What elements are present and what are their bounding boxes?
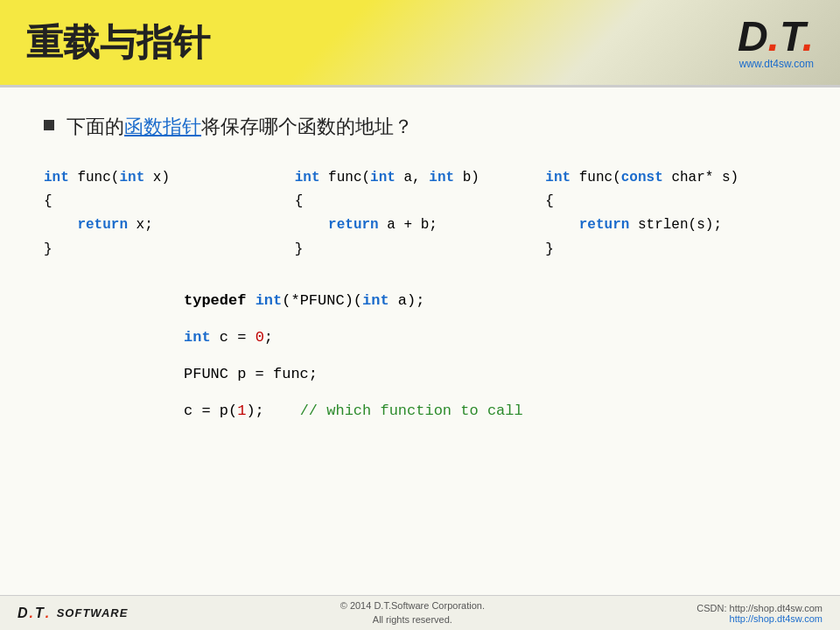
func2-line4: } [295, 238, 546, 262]
logo: D.T. [738, 16, 814, 58]
logo-website: www.dt4sw.com [739, 58, 814, 70]
logo-container: D.T. www.dt4sw.com [738, 16, 814, 70]
header: 重载与指针 D.T. www.dt4sw.com [0, 0, 840, 88]
footer-right: CSDN: http://shop.dt4sw.com http://shop.… [696, 603, 822, 624]
func-col-1: int func(int x) { return x; } [44, 166, 295, 262]
func1-line2: { [44, 190, 295, 214]
func3-line1: int func(const char* s) [545, 166, 796, 190]
copyright-line1: © 2014 D.T.Software Corporation. [340, 599, 485, 612]
bullet-line: 下面的函数指针将保存哪个函数的地址？ [44, 114, 796, 140]
func2-line1: int func(int a, int b) [295, 166, 546, 190]
footer-logo-t: T [35, 606, 44, 621]
logo-dot1: . [768, 13, 780, 60]
func2-line3: return a + b; [295, 214, 546, 237]
func3-line4: } [545, 238, 796, 262]
copyright-line2: All rights reserved. [340, 613, 485, 626]
function-columns: int func(int x) { return x; } int func(i… [44, 166, 796, 262]
spacer2 [184, 353, 796, 360]
func-col-2: int func(int a, int b) { return a + b; } [295, 166, 546, 262]
spacer3 [184, 389, 796, 396]
footer-page-ref: CSDN: http://shop.dt4sw.com [696, 603, 822, 613]
footer-logo-software: SOFTWARE [57, 606, 129, 620]
main-content: 下面的函数指针将保存哪个函数的地址？ int func(int x) { ret… [0, 88, 840, 595]
function-pointer-link[interactable]: 函数指针 [124, 116, 201, 137]
spacer1 [184, 316, 796, 323]
bullet-icon [44, 120, 54, 130]
footer-logo: D.T. SOFTWARE [18, 606, 128, 621]
footer-copyright: © 2014 D.T.Software Corporation. All rig… [340, 599, 485, 626]
func-col-3: int func(const char* s) { return strlen(… [545, 166, 796, 262]
func2-line2: { [295, 190, 546, 214]
code-block: typedef int(*PFUNC)(int a); int c = 0; P… [184, 286, 796, 426]
footer-logo-dot: . [30, 606, 33, 621]
logo-dot2: . [802, 13, 814, 60]
logo-t: T [780, 13, 802, 60]
typedef-line: typedef int(*PFUNC)(int a); [184, 286, 796, 316]
footer: D.T. SOFTWARE © 2014 D.T.Software Corpor… [0, 595, 840, 630]
footer-url[interactable]: http://shop.dt4sw.com [696, 613, 822, 624]
func1-line3: return x; [44, 214, 295, 237]
logo-d: D [738, 13, 768, 60]
page-title: 重载与指针 [26, 18, 210, 67]
func1-line4: } [44, 238, 295, 262]
int-c-line: int c = 0; [184, 323, 796, 353]
call-line: c = p(1); // which function to call [184, 396, 796, 426]
bullet-text: 下面的函数指针将保存哪个函数的地址？ [66, 114, 413, 140]
footer-logo-d: D [18, 606, 28, 621]
bullet-text-after: 将保存哪个函数的地址？ [201, 116, 413, 137]
footer-logo-dot2: . [46, 606, 49, 621]
func3-line2: { [545, 190, 796, 214]
func3-line3: return strlen(s); [545, 214, 796, 237]
pfunc-line: PFUNC p = func; [184, 360, 796, 389]
func1-line1: int func(int x) [44, 166, 295, 190]
bullet-text-before: 下面的 [66, 116, 124, 137]
